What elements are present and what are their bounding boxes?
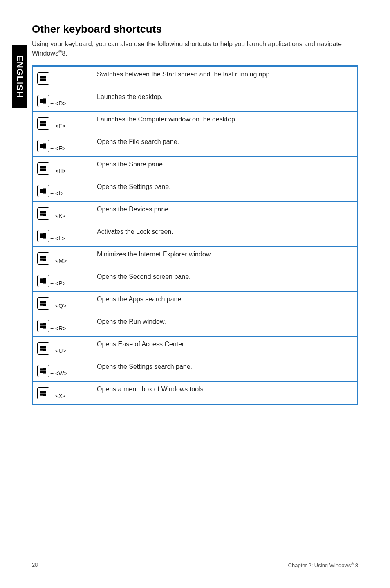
shortcut-description: Opens the Run window.	[92, 314, 358, 336]
windows-key-icon	[37, 72, 49, 85]
svg-rect-26	[40, 213, 43, 215]
svg-rect-8	[40, 121, 43, 123]
key-combo: + <Q>	[37, 297, 87, 310]
key-combo: + <F>	[37, 140, 87, 152]
table-row: + <D>Launches the desktop.	[33, 89, 358, 111]
shortcut-description: Opens the Devices pane.	[92, 201, 358, 224]
shortcut-description: Opens the Second screen pane.	[92, 269, 358, 291]
shortcut-description: Opens Ease of Access Center.	[92, 336, 358, 359]
shortcut-description: Opens the Settings search pane.	[92, 359, 358, 381]
svg-rect-37	[43, 278, 46, 281]
table-row: + <P>Opens the Second screen pane.	[33, 269, 358, 291]
svg-rect-38	[40, 281, 43, 283]
table-row: + <E>Launches the Computer window on the…	[33, 111, 358, 134]
shortcut-description: Activates the Lock screen.	[92, 224, 358, 246]
shortcut-description: Launches the Computer window on the desk…	[92, 111, 358, 134]
shortcut-description: Opens the Settings pane.	[92, 179, 358, 201]
key-combo: + <W>	[37, 365, 87, 377]
shortcut-description: Opens the Apps search pane.	[92, 291, 358, 314]
table-row: + <X>Opens a menu box of Windows tools	[33, 381, 358, 404]
svg-rect-35	[43, 258, 46, 261]
svg-rect-53	[43, 368, 46, 370]
shortcut-key-cell: + <D>	[33, 89, 92, 111]
svg-rect-15	[43, 146, 46, 148]
shortcut-key-cell: + <W>	[33, 359, 92, 381]
chapter-post: 8	[354, 562, 358, 568]
shortcut-key-cell: + <P>	[33, 269, 92, 291]
svg-rect-47	[43, 326, 46, 328]
shortcuts-table: Switches between the Start screen and th…	[32, 65, 358, 405]
key-modifier: + <U>	[50, 348, 66, 355]
intro-registered: ®	[58, 49, 62, 54]
svg-rect-32	[40, 256, 43, 258]
shortcut-key-cell: + <R>	[33, 314, 92, 336]
shortcut-key-cell: + <F>	[33, 134, 92, 156]
key-modifier: + <F>	[50, 145, 65, 152]
key-combo: + <D>	[37, 95, 87, 107]
shortcut-description: Switches between the Start screen and th…	[92, 66, 358, 89]
key-combo: + <H>	[37, 162, 87, 175]
shortcut-key-cell: + <K>	[33, 201, 92, 224]
windows-key-icon	[37, 207, 49, 220]
svg-rect-49	[43, 346, 46, 348]
shortcut-key-cell: + <I>	[33, 179, 92, 201]
key-modifier: + <X>	[50, 393, 66, 399]
svg-rect-55	[43, 371, 46, 373]
svg-rect-16	[40, 166, 43, 168]
windows-key-icon	[37, 140, 49, 152]
key-modifier: + <E>	[50, 123, 66, 130]
shortcut-description: Opens the File search pane.	[92, 134, 358, 156]
key-modifier: + <P>	[50, 280, 66, 287]
svg-rect-27	[43, 213, 46, 216]
shortcut-key-cell: + <X>	[33, 381, 92, 404]
windows-key-icon	[37, 162, 49, 175]
svg-rect-10	[40, 123, 43, 126]
intro-paragraph: Using your keyboard, you can also use th…	[32, 40, 358, 58]
svg-rect-45	[43, 323, 46, 325]
key-combo: + <L>	[37, 230, 87, 242]
svg-rect-1	[43, 76, 46, 78]
svg-rect-46	[40, 326, 43, 328]
svg-rect-29	[43, 233, 46, 236]
windows-key-icon	[37, 185, 49, 197]
svg-rect-42	[40, 303, 43, 305]
key-modifier: + <W>	[50, 370, 67, 377]
windows-key-icon	[37, 117, 49, 130]
svg-rect-57	[43, 391, 46, 393]
svg-rect-12	[40, 144, 43, 146]
svg-rect-52	[40, 368, 43, 370]
svg-rect-7	[43, 101, 46, 103]
svg-rect-36	[40, 278, 43, 281]
key-combo: + <X>	[37, 387, 87, 399]
svg-rect-21	[43, 188, 46, 191]
svg-rect-24	[40, 211, 43, 213]
intro-text-pre: Using your keyboard, you can also use th…	[32, 40, 342, 57]
shortcut-description: Launches the desktop.	[92, 89, 358, 111]
table-row: + <F>Opens the File search pane.	[33, 134, 358, 156]
svg-rect-59	[43, 393, 46, 396]
svg-rect-25	[43, 211, 46, 213]
windows-key-icon	[37, 252, 49, 265]
chapter-pre: Chapter 2: Using Windows	[288, 562, 351, 568]
svg-rect-33	[43, 256, 46, 258]
key-combo: + <I>	[37, 185, 87, 197]
svg-rect-3	[43, 79, 46, 81]
key-combo	[37, 72, 87, 85]
shortcut-description: Opens the Share pane.	[92, 156, 358, 179]
chapter-label: Chapter 2: Using Windows® 8	[288, 562, 358, 568]
table-row: Switches between the Start screen and th…	[33, 66, 358, 89]
svg-rect-50	[40, 348, 43, 350]
svg-rect-13	[43, 143, 46, 146]
svg-rect-41	[43, 301, 46, 303]
svg-rect-54	[40, 371, 43, 373]
svg-rect-20	[40, 189, 43, 191]
table-row: + <K>Opens the Devices pane.	[33, 201, 358, 224]
table-row: + <M>Minimizes the Internet Explorer win…	[33, 246, 358, 269]
svg-rect-4	[40, 99, 43, 101]
table-row: + <Q>Opens the Apps search pane.	[33, 291, 358, 314]
page-number: 28	[32, 562, 38, 568]
section-heading: Other keyboard shortcuts	[32, 23, 358, 36]
svg-rect-17	[43, 166, 46, 168]
svg-rect-18	[40, 168, 43, 171]
table-row: + <I>Opens the Settings pane.	[33, 179, 358, 201]
